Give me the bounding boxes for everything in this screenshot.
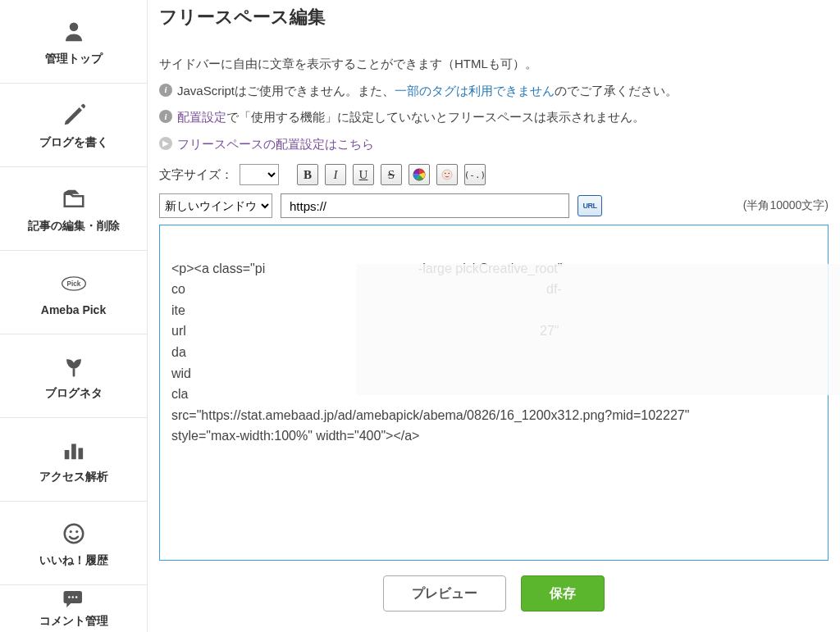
- sidebar-item-edit-post[interactable]: 記事の編集・削除: [0, 167, 147, 251]
- link-placement-settings[interactable]: 配置設定: [177, 110, 226, 124]
- font-size-select[interactable]: [240, 164, 279, 185]
- text-color-button[interactable]: [409, 164, 430, 185]
- folder-icon: [62, 184, 86, 214]
- info-icon: i: [159, 84, 172, 97]
- sidebar-item-blog-topic[interactable]: ブログネタ: [0, 334, 147, 418]
- seedling-icon: [62, 352, 86, 381]
- svg-text:Pick: Pick: [66, 280, 80, 288]
- save-button[interactable]: 保存: [521, 575, 605, 612]
- svg-point-6: [64, 524, 83, 543]
- preview-button[interactable]: プレビュー: [383, 575, 506, 612]
- svg-point-11: [75, 596, 77, 598]
- emoji-button[interactable]: [436, 164, 458, 185]
- link-toolbar: 新しいウインドウ URL (半角10000文字): [159, 193, 829, 218]
- svg-point-14: [445, 173, 446, 175]
- underline-button[interactable]: U: [353, 164, 374, 185]
- bold-button[interactable]: B: [297, 164, 318, 185]
- svg-point-15: [449, 173, 450, 175]
- font-size-label: 文字サイズ：: [159, 167, 233, 183]
- comment-icon: [62, 589, 86, 609]
- toolbar: 文字サイズ： B I U S (-.): [159, 164, 829, 185]
- html-editor[interactable]: <p><a class="pi -large pickCreative_root…: [159, 225, 829, 561]
- sidebar-item-label: いいね！履歴: [39, 553, 108, 568]
- arrow-right-icon: ▶: [159, 137, 172, 150]
- sidebar-item-label: ブログネタ: [45, 386, 103, 401]
- sidebar-item-label: コメント管理: [39, 614, 108, 629]
- svg-point-13: [442, 170, 452, 180]
- sidebar-item-write-blog[interactable]: ブログを書く: [0, 84, 147, 167]
- link-unavailable-tags[interactable]: 一部のタグは利用できません: [395, 84, 555, 98]
- sidebar-item-ameba-pick[interactable]: Pick Ameba Pick: [0, 251, 147, 334]
- svg-rect-3: [64, 450, 69, 459]
- sidebar-item-label: 管理トップ: [45, 52, 103, 66]
- insert-url-button[interactable]: URL: [578, 195, 602, 216]
- pick-icon: Pick: [62, 269, 86, 298]
- sidebar-item-analytics[interactable]: アクセス解析: [0, 418, 147, 502]
- special-char-button[interactable]: (-.): [464, 164, 486, 185]
- sidebar-item-admin-top[interactable]: 管理トップ: [0, 0, 147, 84]
- strikethrough-button[interactable]: S: [381, 164, 402, 185]
- description-block: サイドバーに自由に文章を表示することができます（HTMLも可）。 i JavaS…: [159, 52, 829, 156]
- user-icon: [62, 17, 86, 47]
- sidebar-item-comment-manage[interactable]: コメント管理: [0, 585, 147, 630]
- sidebar-item-like-history[interactable]: いいね！履歴: [0, 502, 147, 585]
- italic-button[interactable]: I: [325, 164, 346, 185]
- info-icon: i: [159, 110, 172, 123]
- svg-point-0: [69, 22, 78, 31]
- desc-line-1: サイドバーに自由に文章を表示することができます（HTMLも可）。: [159, 52, 829, 76]
- page-title: フリースペース編集: [159, 5, 829, 30]
- svg-rect-4: [71, 443, 76, 459]
- svg-point-8: [75, 530, 78, 532]
- sidebar-item-label: 記事の編集・削除: [28, 219, 120, 234]
- url-input[interactable]: [281, 193, 569, 218]
- bars-icon: [62, 435, 86, 465]
- svg-point-7: [69, 530, 71, 532]
- sidebar-item-label: Ameba Pick: [41, 303, 106, 316]
- sidebar: 管理トップ ブログを書く 記事の編集・削除 Pick Ameba Pick ブロ…: [0, 0, 148, 632]
- smile-icon: [62, 519, 86, 548]
- link-target-select[interactable]: 新しいウインドウ: [159, 193, 272, 218]
- svg-point-9: [68, 596, 71, 598]
- pencil-icon: [62, 101, 86, 130]
- link-freespace-placement[interactable]: フリースペースの配置設定はこちら: [177, 133, 374, 157]
- svg-point-10: [71, 596, 74, 598]
- svg-rect-5: [78, 448, 83, 459]
- action-buttons: プレビュー 保存: [159, 575, 829, 612]
- sidebar-item-label: アクセス解析: [39, 470, 108, 484]
- sidebar-item-label: ブログを書く: [39, 135, 108, 150]
- char-count-label: (半角10000文字): [743, 198, 829, 213]
- main-content: フリースペース編集 サイドバーに自由に文章を表示することができます（HTMLも可…: [148, 0, 840, 632]
